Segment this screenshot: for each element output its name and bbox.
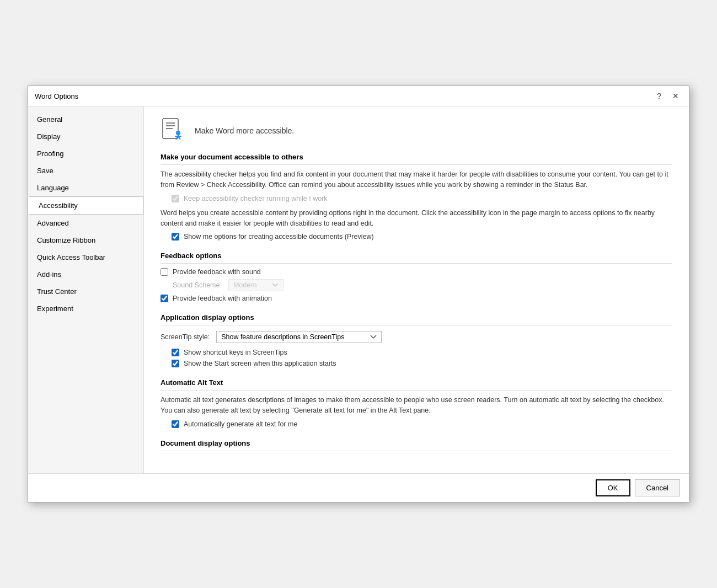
checkbox-keep-checker-label: Keep accessibility checker running while… [184, 195, 328, 202]
checkbox-feedback-animation-row: Provide feedback with animation [160, 295, 672, 302]
sidebar-item-save[interactable]: Save [28, 162, 143, 179]
sidebar-item-add-ins[interactable]: Add-ins [28, 266, 143, 283]
screentip-label: ScreenTip style: [160, 333, 210, 341]
checkbox-start-screen-label: Show the Start screen when this applicat… [184, 360, 336, 367]
main-content: Make Word more accessible. Make your doc… [144, 106, 689, 473]
checkbox-start-screen-row: Show the Start screen when this applicat… [172, 360, 672, 367]
sidebar-item-experiment[interactable]: Experiment [28, 300, 143, 317]
section-accessible-doc: Make your document accessible to others … [160, 153, 672, 240]
checkbox-show-options-label: Show me options for creating accessible … [184, 233, 374, 240]
checkbox-feedback-sound-row: Provide feedback with sound [160, 268, 672, 276]
cancel-button[interactable]: Cancel [635, 479, 680, 496]
word-options-dialog: Word Options ? ✕ General Display Proofin… [28, 85, 689, 503]
page-header: Make Word more accessible. [160, 117, 672, 144]
ok-button[interactable]: OK [596, 479, 630, 496]
checkbox-auto-alt-text-label: Automatically generate alt text for me [184, 420, 297, 428]
section-heading-app-display: Application display options [160, 313, 672, 325]
checkbox-show-options-row: Show me options for creating accessible … [172, 233, 672, 240]
title-bar-controls: ? ✕ [654, 90, 682, 101]
content-area: Make Word more accessible. Make your doc… [144, 106, 689, 473]
close-button[interactable]: ✕ [669, 90, 682, 101]
dialog-body: General Display Proofing Save Language A… [28, 106, 689, 473]
checkbox-start-screen[interactable] [172, 360, 179, 367]
checkbox-feedback-animation-label: Provide feedback with animation [173, 295, 272, 302]
section-heading-feedback: Feedback options [160, 252, 672, 264]
sidebar-item-language[interactable]: Language [28, 179, 143, 196]
alt-text-desc: Automatic alt text generates description… [160, 395, 672, 416]
dialog-title: Word Options [35, 92, 78, 100]
checkbox-shortcut-keys-row: Show shortcut keys in ScreenTips [172, 349, 672, 356]
section-heading-alt-text: Automatic Alt Text [160, 378, 672, 391]
checkbox-shortcut-keys-label: Show shortcut keys in ScreenTips [184, 349, 287, 356]
section-feedback: Feedback options Provide feedback with s… [160, 252, 672, 302]
checkbox-feedback-sound[interactable] [160, 268, 168, 276]
checkbox-show-options[interactable] [172, 233, 179, 240]
sidebar-item-advanced[interactable]: Advanced [28, 215, 143, 232]
checkbox-feedback-animation[interactable] [160, 295, 168, 302]
help-button[interactable]: ? [654, 90, 665, 101]
section-heading-accessible: Make your document accessible to others [160, 153, 672, 165]
sidebar: General Display Proofing Save Language A… [28, 106, 144, 473]
checkbox-feedback-sound-label: Provide feedback with sound [173, 268, 261, 276]
sidebar-item-proofing[interactable]: Proofing [28, 145, 143, 162]
sidebar-item-general[interactable]: General [28, 111, 143, 128]
sound-scheme-row: Sound Scheme: Modern [173, 279, 672, 291]
accessible-desc1: The accessibility checker helps you find… [160, 169, 672, 190]
checkbox-keep-checker[interactable] [172, 195, 179, 202]
sidebar-item-quick-access-toolbar[interactable]: Quick Access Toolbar [28, 249, 143, 266]
title-bar: Word Options ? ✕ [28, 86, 689, 106]
checkbox-auto-alt-text-row: Automatically generate alt text for me [172, 420, 672, 428]
sidebar-item-trust-center[interactable]: Trust Center [28, 283, 143, 300]
checkbox-shortcut-keys[interactable] [172, 349, 179, 356]
accessible-desc2: Word helps you create accessible content… [160, 208, 672, 229]
sound-scheme-select[interactable]: Modern [228, 279, 283, 291]
screentip-select[interactable]: Show feature descriptions in ScreenTips … [216, 331, 382, 343]
sidebar-item-customize-ribbon[interactable]: Customize Ribbon [28, 232, 143, 249]
screentip-row: ScreenTip style: Show feature descriptio… [160, 331, 672, 343]
checkbox-keep-checker-row: Keep accessibility checker running while… [172, 195, 672, 202]
section-doc-display: Document display options [160, 439, 672, 451]
section-alt-text: Automatic Alt Text Automatic alt text ge… [160, 378, 672, 428]
svg-point-4 [176, 131, 180, 135]
page-header-text: Make Word more accessible. [195, 126, 294, 135]
accessibility-icon [160, 117, 187, 144]
sidebar-item-display[interactable]: Display [28, 128, 143, 145]
checkbox-auto-alt-text[interactable] [172, 420, 179, 428]
section-app-display: Application display options ScreenTip st… [160, 313, 672, 367]
sound-scheme-label: Sound Scheme: [173, 281, 222, 289]
section-heading-doc-display: Document display options [160, 439, 672, 451]
dialog-footer: OK Cancel [28, 473, 689, 502]
sidebar-item-accessibility[interactable]: Accessibility [28, 196, 143, 215]
